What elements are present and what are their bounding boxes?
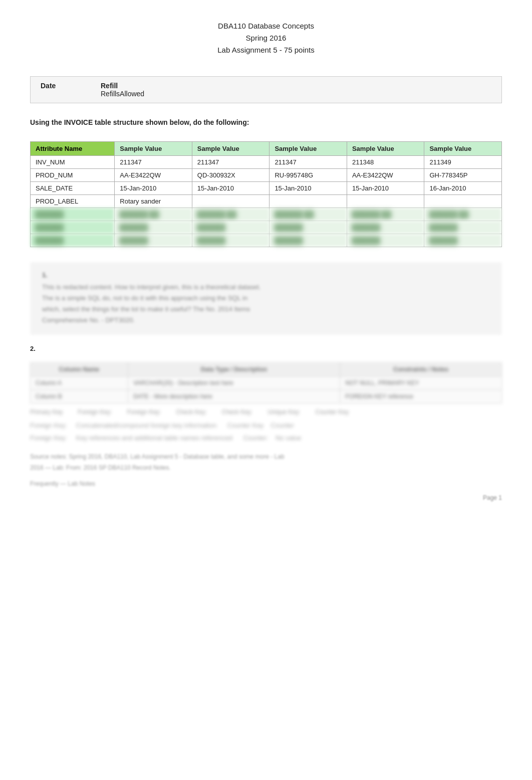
label-fk-detail: Foreign Key: (30, 422, 67, 429)
blurred-th-1: Data Type / Description (128, 363, 340, 376)
table-cell: 16-Jan-2010 (424, 182, 502, 195)
table-cell (424, 195, 502, 208)
table-row: PROD_LABELRotary sander (31, 195, 502, 208)
table-cell-blurred: ██████ (424, 234, 502, 247)
label-fk-detail2: Counter Key (227, 422, 263, 429)
blurred-inline-row: Foreign Key: Concatenated/compound forei… (30, 422, 502, 429)
table-cell-blurred: ██████ ██ (347, 208, 424, 221)
table-cell: 211348 (347, 156, 424, 169)
table-cell-blurred: ██████ ██ (270, 208, 347, 221)
refill-section: Date Refill RefillsAllowed (30, 76, 502, 103)
table-cell: AA-E3422QW (115, 169, 192, 182)
table-cell: 15-Jan-2010 (115, 182, 192, 195)
table-cell-blurred: ██████ (270, 221, 347, 234)
table-row: ████████████ ████████ ████████ ████████ … (31, 208, 502, 221)
blurred-labels-row: Primary Key Foreign Key: Foreign Key: Ch… (30, 409, 502, 416)
table-row: PROD_NUMAA-E3422QWQD-300932XRU-995748GAA… (31, 169, 502, 182)
detail-val: Counter (271, 422, 294, 429)
table-cell-blurred: ██████ (31, 234, 115, 247)
header-line3: Lab Assignment 5 - 75 points (30, 44, 502, 56)
table-row: Column A VARCHAR(20) - Description text … (31, 376, 502, 390)
label-uk: Unique Key: (268, 409, 300, 416)
blurred-key-row: Foreign Key: Key references and addition… (30, 434, 502, 442)
refill-col: Refill RefillsAllowed (101, 82, 144, 98)
table-cell: 15-Jan-2010 (347, 182, 424, 195)
cell: FOREIGN KEY reference (340, 390, 502, 404)
cell: NOT NULL, PRIMARY KEY (340, 376, 502, 390)
cell: DATE - More description here (128, 390, 340, 404)
table-cell: GH-778345P (424, 169, 502, 182)
table-cell-blurred: ██████ (192, 221, 270, 234)
label-ck2: Check Key: (222, 409, 252, 416)
col-header-2: Sample Value (192, 142, 270, 156)
blurred-table-area: Column Name Data Type / Description Cons… (30, 362, 502, 442)
detail-text: Concatenated/compound foreign key inform… (76, 422, 216, 429)
label-nk: Counter Key (316, 409, 349, 416)
date-label: Date (41, 82, 71, 90)
table-row: SALE_DATE15-Jan-201015-Jan-201015-Jan-20… (31, 182, 502, 195)
table-cell: PROD_NUM (31, 169, 115, 182)
table-cell: INV_NUM (31, 156, 115, 169)
page-header: DBA110 Database Concepts Spring 2016 Lab… (30, 20, 502, 56)
cell: Column A (31, 376, 128, 390)
table-cell: QD-300932X (192, 169, 270, 182)
header-line2: Spring 2016 (30, 32, 502, 44)
question1-text: This is redacted content. How to interpr… (42, 282, 490, 326)
col-header-5: Sample Value (424, 142, 502, 156)
question1-block: 1. This is redacted content. How to inte… (30, 262, 502, 335)
col-header-3: Sample Value (270, 142, 347, 156)
blurred-th-0: Column Name (31, 363, 128, 376)
table-cell: 211347 (192, 156, 270, 169)
question2-block: 2. (30, 345, 502, 352)
table-row: INV_NUM211347211347211347211348211349 (31, 156, 502, 169)
question2-number: 2. (30, 345, 502, 352)
table-row: ████████████████████████████████████ (31, 221, 502, 234)
table-cell: AA-E3422QW (347, 169, 424, 182)
table-cell: Rotary sander (115, 195, 192, 208)
col-header-4: Sample Value (347, 142, 424, 156)
table-cell: 211349 (424, 156, 502, 169)
refill-col-sub: RefillsAllowed (101, 90, 144, 98)
invoice-table: Attribute Name Sample Value Sample Value… (30, 141, 502, 247)
label-fk1: Foreign Key: (78, 409, 112, 416)
table-cell: 15-Jan-2010 (192, 182, 270, 195)
footer-blurred: Source notes: Spring 2016, DBA110, Lab A… (30, 452, 502, 489)
table-cell-blurred: ██████ (192, 234, 270, 247)
table-cell-blurred: ██████ ██ (115, 208, 192, 221)
table-cell-blurred: ██████ (347, 221, 424, 234)
label-fk2: Foreign Key: (127, 409, 161, 416)
table-cell (192, 195, 270, 208)
cell: Column B (31, 390, 128, 404)
fk-val: Key references and additional table name… (76, 434, 232, 442)
foreign-key-label: Foreign Key: (30, 434, 67, 442)
footer-text: Source notes: Spring 2016, DBA110, Lab A… (30, 452, 502, 473)
table-cell-blurred: ██████ (270, 234, 347, 247)
table-cell: RU-995748G (270, 169, 347, 182)
table-cell-blurred: ██████ (424, 221, 502, 234)
header-line1: DBA110 Database Concepts (30, 20, 502, 32)
table-cell-blurred: ██████ ██ (192, 208, 270, 221)
table-cell: SALE_DATE (31, 182, 115, 195)
counter-val: No value (276, 434, 301, 442)
table-cell (270, 195, 347, 208)
table-cell: 211347 (270, 156, 347, 169)
table-cell-blurred: ██████ (347, 234, 424, 247)
table-cell (347, 195, 424, 208)
blurred-mini-table: Column Name Data Type / Description Cons… (30, 362, 502, 404)
table-cell-blurred: ██████ (115, 234, 192, 247)
table-cell: 15-Jan-2010 (270, 182, 347, 195)
label-pk: Primary Key (30, 409, 63, 416)
cell: VARCHAR(20) - Description text here (128, 376, 340, 390)
table-cell: PROD_LABEL (31, 195, 115, 208)
question1-number: 1. (42, 271, 490, 279)
table-cell-blurred: ██████ (115, 221, 192, 234)
label-ck1: Check Key: (176, 409, 206, 416)
page-number: Page 1 (30, 494, 502, 501)
table-cell-blurred: ██████ ██ (424, 208, 502, 221)
blurred-th-2: Constraints / Notes (340, 363, 502, 376)
table-cell-blurred: ██████ (31, 221, 115, 234)
table-cell: 211347 (115, 156, 192, 169)
table-cell-blurred: ██████ (31, 208, 115, 221)
col-header-0: Attribute Name (31, 142, 115, 156)
instruction: Using the INVOICE table structure shown … (30, 118, 502, 126)
